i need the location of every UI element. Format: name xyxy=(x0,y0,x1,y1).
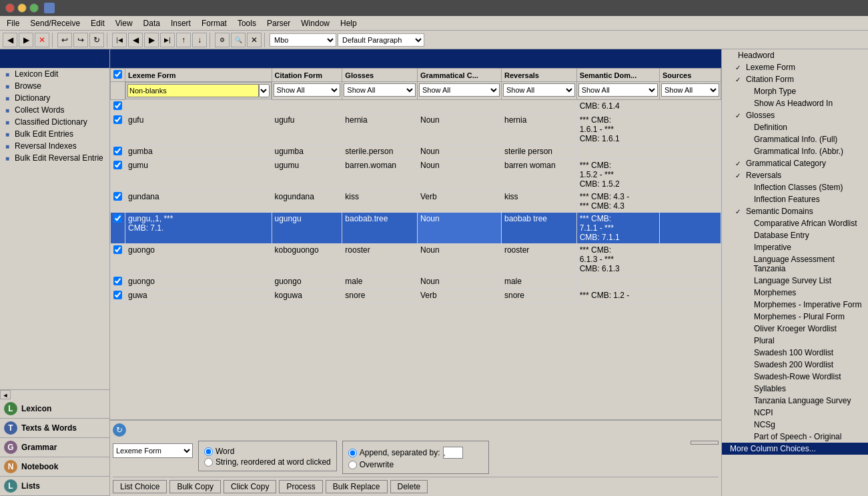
filter-cell-2[interactable]: Show All xyxy=(272,82,342,100)
cell-semantic[interactable]: CMB: 6.1.4 xyxy=(576,100,659,114)
sidebar-item-dictionary[interactable]: ■Dictionary xyxy=(0,92,109,104)
right-panel-item-more-column-choices---[interactable]: More Column Choices... xyxy=(722,443,868,455)
menu-tools[interactable]: Tools xyxy=(232,17,262,29)
row-checkbox-cell[interactable] xyxy=(111,275,125,289)
nav-item-lists[interactable]: LLists xyxy=(0,477,109,496)
row-checkbox-cell[interactable] xyxy=(111,213,125,244)
cell-lexeme[interactable]: gumba xyxy=(125,145,272,159)
table-container[interactable]: Lexeme FormCitation FormGlossesGrammatic… xyxy=(110,68,721,419)
right-panel-item-grammatical-info---abbr--[interactable]: Grammatical Info. (Abbr.) xyxy=(722,145,868,157)
right-panel-item-ncpi[interactable]: NCPI xyxy=(722,407,868,419)
right-panel-item-show-as-headword-in[interactable]: Show As Headword In xyxy=(722,97,868,109)
filter-combo-4[interactable]: Show All xyxy=(419,83,500,97)
filter-row[interactable]: Show AllShow AllShow AllShow AllShow All… xyxy=(111,82,721,100)
cell-reversals[interactable]: kiss xyxy=(501,191,576,213)
toolbar-refresh[interactable]: ↻ xyxy=(89,33,104,47)
bulk-btn-list-choice[interactable]: List Choice xyxy=(113,480,167,493)
cell-glosses[interactable]: barren.woman xyxy=(342,159,418,191)
close-button[interactable] xyxy=(5,3,15,13)
cell-glosses[interactable]: rooster xyxy=(342,244,418,275)
cell-lexeme[interactable]: gumu xyxy=(125,159,272,191)
right-panel-item-inflection-features[interactable]: Inflection Features xyxy=(722,193,868,205)
right-panel-item-headword[interactable]: Headword xyxy=(722,49,868,61)
row-checkbox-cell[interactable] xyxy=(111,100,125,114)
cell-citation[interactable] xyxy=(272,100,342,114)
table-row[interactable]: gundanakogundanakissVerbkiss*** CMB: 4.3… xyxy=(111,191,721,213)
bulk-btn-delete[interactable]: Delete xyxy=(390,480,428,493)
menu-parser[interactable]: Parser xyxy=(262,17,296,29)
col-header-0[interactable] xyxy=(111,69,125,82)
sidebar-item-classified-dictionary[interactable]: ■Classified Dictionary xyxy=(0,116,109,128)
col-header-3[interactable]: Glosses xyxy=(342,69,418,82)
cell-gram[interactable]: Noun xyxy=(418,114,502,145)
toolbar-filter1[interactable]: ⚙ xyxy=(215,33,230,47)
sidebar-item-lexicon-edit[interactable]: ■Lexicon Edit xyxy=(0,68,109,80)
overwrite-radio[interactable]: Overwrite xyxy=(348,460,483,469)
cell-reversals[interactable]: baobab tree xyxy=(501,213,576,244)
col-header-5[interactable]: Reversals xyxy=(501,69,576,82)
minimize-button[interactable] xyxy=(17,3,27,13)
help-button[interactable] xyxy=(691,441,719,445)
cell-sources[interactable] xyxy=(659,244,721,275)
sidebar-expand-btn[interactable]: ◄ xyxy=(0,390,11,399)
table-row[interactable]: gungu,,1, *** CMB: 7.1.ugungubaobab.tree… xyxy=(111,213,721,244)
filter-cell-4[interactable]: Show All xyxy=(418,82,502,100)
cell-sources[interactable] xyxy=(659,159,721,191)
right-panel-item-swadesh-100-wordlist[interactable]: Swadesh 100 Wordlist xyxy=(722,347,868,359)
bulk-btn-bulk-copy[interactable]: Bulk Copy xyxy=(169,480,221,493)
row-checkbox-cell[interactable] xyxy=(111,145,125,159)
append-radio[interactable]: Append, separated by: xyxy=(348,447,483,459)
menu-help[interactable]: Help xyxy=(335,17,362,29)
row-checkbox-cell[interactable] xyxy=(111,244,125,275)
cell-sources[interactable] xyxy=(659,213,721,244)
separator-input[interactable] xyxy=(443,447,463,459)
nav-item-texts-&-words[interactable]: TTexts & Words xyxy=(0,419,109,438)
cell-gram[interactable]: Verb xyxy=(418,191,502,213)
right-panel-item-syllables[interactable]: Syllables xyxy=(722,383,868,395)
toolbar-back[interactable]: ◀ xyxy=(3,33,17,47)
right-panel-item-grammatical-info---full-[interactable]: Grammatical Info. (Full) xyxy=(722,133,868,145)
row-checkbox[interactable] xyxy=(113,161,122,169)
cell-lexeme[interactable] xyxy=(125,100,272,114)
cell-lexeme[interactable]: gungu,,1, *** CMB: 7.1. xyxy=(125,213,272,244)
right-panel-item-semantic-domains[interactable]: Semantic Domains xyxy=(722,205,868,217)
table-row[interactable]: gufuugufuherniaNounhernia*** CMB: 1.6.1 … xyxy=(111,114,721,145)
cell-citation[interactable]: koguwa xyxy=(272,289,342,303)
row-checkbox[interactable] xyxy=(113,277,122,285)
row-checkbox[interactable] xyxy=(113,101,122,110)
filter-combo-6[interactable]: Show All xyxy=(578,83,658,97)
cell-gram[interactable]: Noun xyxy=(418,275,502,289)
cell-reversals[interactable]: barren woman xyxy=(501,159,576,191)
cell-sources[interactable] xyxy=(659,191,721,213)
right-panel-item-morphemes---plural-form[interactable]: Morphemes - Plural Form xyxy=(722,311,868,323)
cell-semantic[interactable]: *** CMB: 6.1.3 - *** CMB: 6.1.3 xyxy=(576,244,659,275)
target-field-select[interactable]: Lexeme Form xyxy=(113,443,193,458)
window-controls[interactable] xyxy=(5,3,39,13)
col-header-1[interactable]: Lexeme Form xyxy=(125,69,272,82)
filter-cell-5[interactable]: Show All xyxy=(501,82,576,100)
right-panel-item-language-survey-list[interactable]: Language Survey List xyxy=(722,275,868,287)
menu-view[interactable]: View xyxy=(110,17,138,29)
col-header-2[interactable]: Citation Form xyxy=(272,69,342,82)
toolbar-nav4[interactable]: ▶| xyxy=(160,33,175,47)
menu-window[interactable]: Window xyxy=(296,17,335,29)
cell-gram[interactable]: Noun xyxy=(418,145,502,159)
cell-lexeme[interactable]: guongo xyxy=(125,244,272,275)
cell-semantic[interactable]: *** CMB: 1.6.1 - *** CMB: 1.6.1 xyxy=(576,114,659,145)
cell-sources[interactable] xyxy=(659,289,721,303)
filter-combo-5[interactable]: Show All xyxy=(503,83,575,97)
table-body[interactable]: CMB: 6.1.4gufuugufuherniaNounhernia*** C… xyxy=(111,100,721,303)
cell-reversals[interactable]: snore xyxy=(501,289,576,303)
cell-sources[interactable] xyxy=(659,100,721,114)
right-panel-item-inflection-classes--stem-[interactable]: Inflection Classes (Stem) xyxy=(722,181,868,193)
right-panel-item-comparative-african-wordlist[interactable]: Comparative African Wordlist xyxy=(722,217,868,229)
menu-edit[interactable]: Edit xyxy=(85,17,110,29)
bulk-btn-bulk-replace[interactable]: Bulk Replace xyxy=(326,480,388,493)
cell-glosses[interactable]: kiss xyxy=(342,191,418,213)
col-header-6[interactable]: Semantic Dom... xyxy=(576,69,659,82)
cell-semantic[interactable]: *** CMB: 1.2 - xyxy=(576,289,659,303)
col-header-4[interactable]: Grammatical C... xyxy=(418,69,502,82)
nav-item-grammar[interactable]: GGrammar xyxy=(0,438,109,457)
cell-semantic[interactable]: *** CMB: 7.1.1 - *** CMB: 7.1.1 xyxy=(576,213,659,244)
sidebar-item-reversal-indexes[interactable]: ■Reversal Indexes xyxy=(0,140,109,152)
